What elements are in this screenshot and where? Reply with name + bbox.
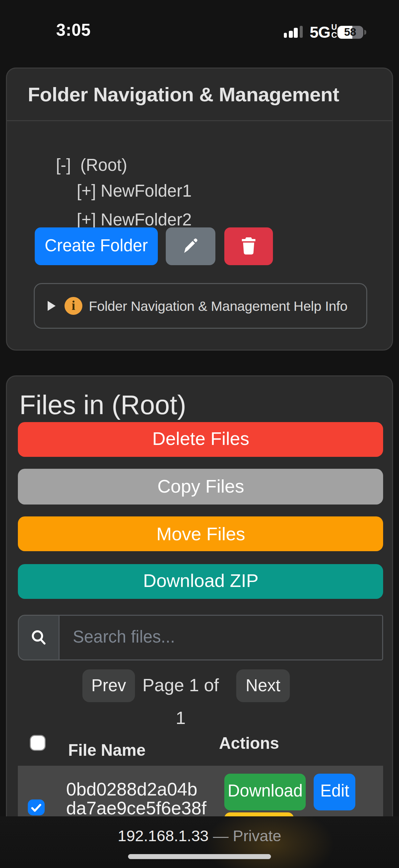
delete-folder-button[interactable] [224, 227, 273, 265]
status-time: 3:05 [49, 21, 97, 41]
files-card: Files in (Root) Delete Files Copy Files … [6, 375, 393, 824]
url-text: 192.168.1.33 [118, 827, 209, 844]
rename-folder-button[interactable] [165, 227, 216, 265]
download-button[interactable]: Download [224, 774, 306, 810]
folder-card-title: Folder Navigation & Management [28, 83, 339, 106]
move-files-button[interactable]: Move Files [18, 517, 384, 552]
prev-page-button[interactable]: Prev [82, 670, 135, 702]
delete-files-button[interactable]: Delete Files [18, 422, 384, 457]
search-icon [29, 628, 49, 648]
network-uc-label: UC [331, 24, 337, 39]
column-header-file-name: File Name [68, 741, 145, 760]
network-5g-label: 5G [310, 24, 330, 41]
file-name: 0bd0288d2a04b da7ae9ce5f6e38f [66, 779, 206, 818]
next-page-button[interactable]: Next [236, 670, 290, 702]
trash-icon [240, 236, 257, 255]
search-addon [18, 615, 59, 661]
info-icon: i [65, 297, 82, 315]
row-checkbox-checked[interactable] [28, 800, 44, 816]
folder-card-header: Folder Navigation & Management [7, 68, 392, 121]
page-indicator: Page 1 of 1 [141, 670, 220, 702]
checkmark-icon [31, 803, 42, 812]
folder-navigation-card: Folder Navigation & Management [-] (Root… [6, 67, 393, 350]
browser-bottom-bar: 192.168.1.33 — Private [0, 816, 399, 868]
help-accordion[interactable]: i Folder Navigation & Management Help In… [34, 283, 367, 329]
battery-icon: 58 [337, 26, 363, 39]
tree-toggle-newfolder2[interactable]: [+] [77, 210, 96, 230]
copy-files-button[interactable]: Copy Files [18, 469, 384, 504]
home-indicator[interactable] [128, 854, 271, 859]
tree-label-newfolder2[interactable]: NewFolder2 [101, 210, 192, 230]
select-all-checkbox[interactable] [30, 735, 46, 750]
cellular-signal-icon [284, 26, 305, 38]
battery-cap [364, 30, 366, 34]
column-header-actions: Actions [219, 734, 279, 753]
privacy-label: — Private [209, 827, 281, 844]
disclosure-triangle-icon [47, 301, 56, 311]
download-zip-button[interactable]: Download ZIP [18, 564, 384, 599]
files-card-title: Files in (Root) [20, 387, 186, 423]
phone-screen: 3:05 5G UC 58 Folder Navigation & Manage… [0, 0, 399, 868]
network-type-label: 5G UC [310, 24, 337, 41]
edit-button[interactable]: Edit [314, 774, 356, 810]
search-input[interactable] [59, 615, 384, 661]
create-folder-button[interactable]: Create Folder [35, 227, 158, 265]
help-summary-label: Folder Navigation & Management Help Info [89, 299, 348, 313]
search-bar [18, 615, 384, 661]
battery-percent: 58 [337, 26, 363, 39]
address-bar[interactable]: 192.168.1.33 — Private [0, 827, 399, 845]
pencil-icon [181, 236, 200, 255]
